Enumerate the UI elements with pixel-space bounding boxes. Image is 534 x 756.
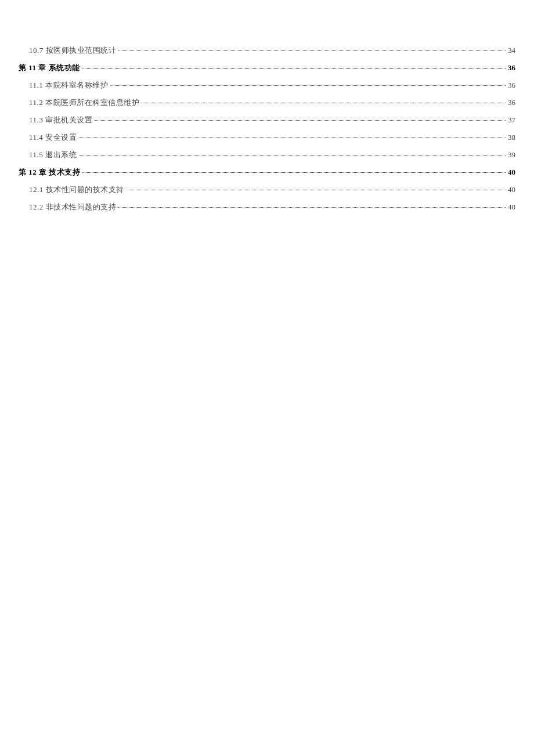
toc-leader <box>118 207 506 208</box>
toc-entry-page: 34 <box>508 46 515 55</box>
toc-entry-label: 11.3 审批机关设置 <box>29 115 92 125</box>
toc-entry-label: 11.4 安全设置 <box>29 132 77 143</box>
toc-entry: 11.3 审批机关设置 37 <box>19 115 515 125</box>
table-of-contents: 10.7 按医师执业范围统计 34 第 11 章 系统功能 36 11.1 本院… <box>19 45 515 212</box>
toc-entry-page: 38 <box>508 133 515 142</box>
toc-entry: 12.2 非技术性问题的支持 40 <box>19 202 515 212</box>
toc-entry-page: 36 <box>508 63 515 73</box>
toc-entry: 11.1 本院科室名称维护 36 <box>19 80 515 91</box>
toc-leader <box>118 50 506 51</box>
toc-entry: 11.4 安全设置 38 <box>19 132 515 143</box>
toc-entry-label: 12.1 技术性问题的技术支持 <box>29 185 124 195</box>
toc-entry-label: 11.1 本院科室名称维护 <box>29 80 108 91</box>
toc-leader <box>79 138 506 138</box>
toc-entry-label: 第 12 章 技术支持 <box>19 167 80 178</box>
toc-entry-page: 40 <box>508 202 515 212</box>
toc-entry: 11.2 本院医师所在科室信息维护 36 <box>19 97 515 108</box>
toc-entry-label: 11.2 本院医师所在科室信息维护 <box>29 97 139 108</box>
toc-leader <box>110 85 506 86</box>
toc-leader <box>82 172 506 173</box>
toc-entry-label: 10.7 按医师执业范围统计 <box>29 45 116 56</box>
toc-leader <box>82 68 506 68</box>
toc-leader <box>95 120 506 121</box>
toc-leader <box>79 155 506 155</box>
toc-entry-page: 40 <box>508 168 515 177</box>
toc-chapter: 第 12 章 技术支持 40 <box>19 167 515 178</box>
toc-leader <box>127 190 506 190</box>
toc-entry-page: 36 <box>508 81 515 90</box>
toc-chapter: 第 11 章 系统功能 36 <box>19 63 515 73</box>
toc-entry-label: 12.2 非技术性问题的支持 <box>29 202 116 212</box>
toc-entry-page: 40 <box>508 185 515 194</box>
toc-entry: 10.7 按医师执业范围统计 34 <box>19 45 515 56</box>
toc-entry-page: 36 <box>508 98 515 107</box>
toc-entry-label: 11.5 退出系统 <box>29 150 77 160</box>
toc-entry-page: 39 <box>508 150 515 160</box>
toc-entry-page: 37 <box>508 115 515 125</box>
toc-entry: 11.5 退出系统 39 <box>19 150 515 160</box>
toc-leader <box>142 103 506 103</box>
toc-entry-label: 第 11 章 系统功能 <box>19 63 80 73</box>
toc-entry: 12.1 技术性问题的技术支持 40 <box>19 185 515 195</box>
